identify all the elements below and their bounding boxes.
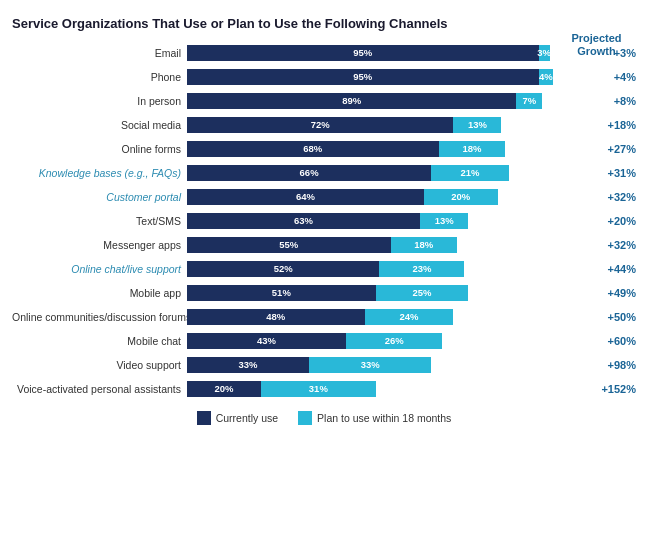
bar-current-label: 43% <box>257 335 276 346</box>
row-label: Social media <box>12 119 187 131</box>
bar-plan: 26% <box>346 333 442 349</box>
bar-container: 63%13% <box>187 213 581 229</box>
legend-current-box <box>197 411 211 425</box>
bar-plan-label: 31% <box>309 383 328 394</box>
bar-plan: 24% <box>365 309 454 325</box>
bar-current: 33% <box>187 357 309 373</box>
bar-plan-label: 24% <box>399 311 418 322</box>
bar-current-label: 89% <box>342 95 361 106</box>
bar-current: 63% <box>187 213 420 229</box>
row-label: In person <box>12 95 187 107</box>
growth-value: +60% <box>581 335 636 347</box>
bar-current: 68% <box>187 141 439 157</box>
growth-value: +27% <box>581 143 636 155</box>
chart-row: Social media72%13%+18% <box>12 115 636 135</box>
legend-plan-label: Plan to use within 18 months <box>317 412 451 424</box>
bar-plan: 21% <box>431 165 509 181</box>
bar-current: 95% <box>187 45 539 61</box>
bar-container: 89%7% <box>187 93 581 109</box>
chart-row: Mobile app51%25%+49% <box>12 283 636 303</box>
row-label: Messenger apps <box>12 239 187 251</box>
bar-plan-label: 13% <box>468 119 487 130</box>
chart-row: Messenger apps55%18%+32% <box>12 235 636 255</box>
bar-container: 20%31% <box>187 381 581 397</box>
growth-value: +4% <box>581 71 636 83</box>
bar-container: 72%13% <box>187 117 581 133</box>
bar-plan-label: 18% <box>414 239 433 250</box>
bar-container: 48%24% <box>187 309 581 325</box>
row-label: Customer portal <box>12 191 187 203</box>
bar-current-label: 51% <box>272 287 291 298</box>
bar-plan: 18% <box>391 237 458 253</box>
bar-container: 55%18% <box>187 237 581 253</box>
bar-container: 66%21% <box>187 165 581 181</box>
row-label: Online chat/live support <box>12 263 187 275</box>
bar-plan: 4% <box>539 69 554 85</box>
growth-value: +31% <box>581 167 636 179</box>
chart-row: Online chat/live support52%23%+44% <box>12 259 636 279</box>
legend: Currently use Plan to use within 18 mont… <box>12 411 636 425</box>
row-label: Mobile app <box>12 287 187 299</box>
bar-current: 43% <box>187 333 346 349</box>
bar-current-label: 95% <box>353 71 372 82</box>
row-label: Mobile chat <box>12 335 187 347</box>
bar-current: 64% <box>187 189 424 205</box>
bar-plan-label: 3% <box>537 47 551 58</box>
bar-plan-label: 26% <box>385 335 404 346</box>
growth-value: +8% <box>581 95 636 107</box>
row-label: Knowledge bases (e.g., FAQs) <box>12 167 187 179</box>
row-label: Email <box>12 47 187 59</box>
bar-container: 52%23% <box>187 261 581 277</box>
bar-container: 95%3% <box>187 45 581 61</box>
bar-plan-label: 23% <box>412 263 431 274</box>
bar-plan: 23% <box>379 261 464 277</box>
bar-plan-label: 4% <box>539 71 553 82</box>
bar-current: 95% <box>187 69 539 85</box>
chart-row: Email95%3%+3% <box>12 43 636 63</box>
bar-plan: 18% <box>439 141 506 157</box>
chart-row: Online forms68%18%+27% <box>12 139 636 159</box>
growth-value: +18% <box>581 119 636 131</box>
bar-plan: 33% <box>309 357 431 373</box>
row-label: Phone <box>12 71 187 83</box>
growth-value: +152% <box>581 383 636 395</box>
bar-plan-label: 20% <box>451 191 470 202</box>
row-label: Online forms <box>12 143 187 155</box>
legend-currently-use: Currently use <box>197 411 278 425</box>
bar-plan: 3% <box>539 45 550 61</box>
bar-plan: 25% <box>376 285 469 301</box>
bar-plan-label: 33% <box>361 359 380 370</box>
row-label: Voice-activated personal assistants <box>12 383 187 395</box>
bar-current-label: 72% <box>311 119 330 130</box>
growth-value: +98% <box>581 359 636 371</box>
chart-area: Email95%3%+3%Phone95%4%+4%In person89%7%… <box>12 43 636 399</box>
chart-row: Online communities/discussion forums48%2… <box>12 307 636 327</box>
row-label: Video support <box>12 359 187 371</box>
bar-current: 51% <box>187 285 376 301</box>
chart-row: Text/SMS63%13%+20% <box>12 211 636 231</box>
bar-current: 66% <box>187 165 431 181</box>
bar-plan: 13% <box>420 213 468 229</box>
bar-container: 64%20% <box>187 189 581 205</box>
bar-container: 43%26% <box>187 333 581 349</box>
bar-current-label: 52% <box>274 263 293 274</box>
bar-container: 51%25% <box>187 285 581 301</box>
bar-current-label: 66% <box>300 167 319 178</box>
bar-container: 95%4% <box>187 69 581 85</box>
bar-current-label: 33% <box>239 359 258 370</box>
growth-value: +32% <box>581 191 636 203</box>
legend-plan: Plan to use within 18 months <box>298 411 451 425</box>
bar-current: 89% <box>187 93 516 109</box>
bar-current-label: 55% <box>279 239 298 250</box>
bar-plan: 13% <box>453 117 501 133</box>
bar-current-label: 20% <box>214 383 233 394</box>
bar-current: 20% <box>187 381 261 397</box>
chart-row: Knowledge bases (e.g., FAQs)66%21%+31% <box>12 163 636 183</box>
row-label: Text/SMS <box>12 215 187 227</box>
bar-plan-label: 7% <box>522 95 536 106</box>
bar-current-label: 48% <box>266 311 285 322</box>
bar-container: 68%18% <box>187 141 581 157</box>
chart-row: Customer portal64%20%+32% <box>12 187 636 207</box>
bar-current: 48% <box>187 309 365 325</box>
growth-value: +44% <box>581 263 636 275</box>
